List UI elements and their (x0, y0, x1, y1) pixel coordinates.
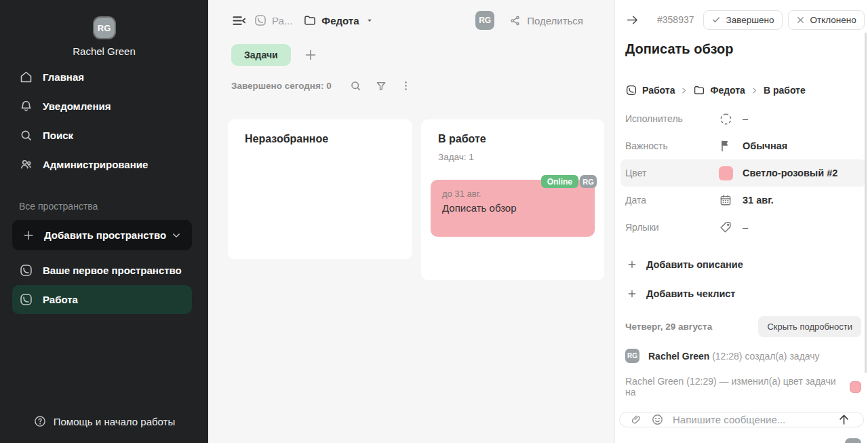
space-breadcrumb[interactable]: Ра... (254, 14, 292, 27)
assignee-dashed-icon (719, 112, 743, 126)
task-title: Дописать обзор (625, 41, 868, 57)
share-label: Поделиться (527, 15, 583, 26)
field-value: – (743, 222, 748, 233)
activity-date-header: Четверг, 29 августа (625, 322, 712, 332)
hide-details-button[interactable]: Скрыть подробности (758, 316, 861, 337)
sidebar-item-label: Администрирование (43, 159, 148, 170)
kebab-menu-icon[interactable] (400, 80, 412, 92)
panel-header: #358937 Завершено Отклонено (615, 0, 868, 30)
field-color[interactable]: Цвет Светло-розовый #2 (620, 159, 866, 187)
field-priority[interactable]: Важность Обычная (625, 132, 861, 159)
chevron-right-icon (680, 87, 688, 94)
color-swatch (850, 381, 861, 393)
help-link[interactable]: Помощь и начало работы (0, 415, 208, 428)
sidebar-space-work[interactable]: Работа (12, 285, 192, 314)
column-unsorted: Неразобранное (228, 119, 412, 259)
sidebar-item-home[interactable]: Главная (0, 62, 208, 92)
panel-footer: Отписаться Участники: RG (625, 438, 861, 443)
color-swatch (719, 166, 733, 180)
share-icon (509, 15, 521, 26)
sidebar-space-first[interactable]: Ваше первое пространство (12, 256, 192, 285)
bell-icon (19, 99, 33, 113)
column-task-count: Задач: 1 (438, 152, 595, 162)
check-icon (711, 15, 721, 24)
breadcrumb-space-label: Работа (642, 85, 675, 96)
sidebar-item-admin[interactable]: Администрирование (0, 150, 208, 179)
search-icon[interactable] (349, 79, 362, 92)
user-name: Rachel Green (73, 45, 136, 57)
kanban-columns: Неразобранное В работе Задач: 1 Online R… (208, 92, 614, 280)
plus-icon (22, 229, 35, 242)
chevron-down-icon (170, 229, 182, 242)
field-labels[interactable]: Ярлыки – (625, 214, 861, 241)
task-fields: Исполнитель – Важность Обычная Цвет Свет… (625, 105, 861, 241)
complete-label: Завершено (726, 15, 774, 25)
space-name: Ра... (272, 15, 292, 26)
activity-author: Rachel Green (648, 351, 709, 362)
folder-icon (693, 84, 705, 96)
field-assignee[interactable]: Исполнитель – (625, 105, 861, 132)
board-user-avatar[interactable]: RG (475, 11, 494, 30)
breadcrumb-folder[interactable]: Федота (693, 84, 745, 96)
task-detail-panel: #358937 Завершено Отклонено Дописать обз… (614, 0, 868, 443)
activity-day-row: Четверг, 29 августа Скрыть подробности (625, 316, 861, 337)
user-avatar[interactable]: RG (94, 18, 115, 38)
folder-dropdown[interactable]: Федота (303, 14, 372, 27)
collapse-panel-icon[interactable] (625, 13, 639, 27)
panel-scrollbar[interactable] (865, 33, 867, 373)
sidebar-user: RG Rachel Green (0, 18, 208, 57)
add-checklist-button[interactable]: Добавить чеклист (627, 288, 868, 299)
space-icon (254, 14, 267, 27)
home-icon (19, 70, 33, 84)
field-value: Обычная (743, 140, 787, 151)
sidebar-item-notifications[interactable]: Уведомления (0, 92, 208, 121)
add-tab-button[interactable] (303, 47, 318, 62)
breadcrumb-space[interactable]: Работа (625, 84, 675, 96)
field-value: – (743, 113, 748, 124)
task-id: #358937 (657, 14, 694, 25)
breadcrumb-folder-label: Федота (710, 85, 745, 96)
attach-icon[interactable] (631, 414, 642, 425)
collapse-sidebar-icon[interactable] (231, 13, 247, 28)
calendar-icon (719, 193, 743, 207)
card-assignee-avatar: RG (580, 175, 597, 188)
spaces-section-header: Все пространства (19, 201, 208, 212)
activity-feed: RG Rachel Green (12:28) создал(а) задачу… (625, 349, 861, 398)
decline-label: Отклонено (810, 15, 856, 25)
message-input[interactable] (673, 414, 828, 425)
decline-button[interactable]: Отклонено (788, 10, 865, 30)
add-space-button[interactable]: Добавить пространство (12, 220, 192, 250)
search-icon (19, 128, 33, 142)
tab-tasks[interactable]: Задачи (231, 44, 291, 66)
emoji-icon[interactable] (651, 413, 664, 426)
activity-item-color-change: Rachel Green (12:29) — изменил(а) цвет з… (625, 376, 861, 398)
field-label: Цвет (625, 168, 719, 178)
field-label: Важность (625, 140, 719, 151)
field-label: Ярлыки (625, 222, 719, 233)
field-label: Дата (625, 195, 719, 206)
breadcrumb-status[interactable]: В работе (764, 85, 806, 96)
activity-text: Rachel Green (12:29) — изменил(а) цвет з… (625, 376, 844, 398)
breadcrumb-status-label: В работе (764, 85, 806, 96)
field-date[interactable]: Дата 31 авг. (625, 187, 861, 214)
space-icon (19, 292, 33, 307)
share-button[interactable]: Поделиться (509, 15, 583, 26)
sidebar: RG Rachel Green Главная Уведомления Поис… (0, 0, 208, 443)
tag-icon (719, 220, 743, 234)
sidebar-item-search[interactable]: Поиск (0, 121, 208, 150)
activity-text: (12:28) создал(а) задачу (712, 351, 819, 362)
question-icon (33, 415, 47, 428)
flag-icon (719, 139, 743, 153)
x-icon (796, 16, 805, 24)
filter-icon[interactable] (375, 80, 387, 92)
send-icon[interactable] (837, 412, 851, 427)
task-card[interactable]: Online RG до 31 авг. Дописать обзор (431, 180, 595, 237)
caret-down-icon (366, 17, 373, 24)
add-description-button[interactable]: Добавить описание (627, 259, 868, 270)
complete-button[interactable]: Завершено (703, 10, 783, 30)
add-checklist-label: Добавить чеклист (646, 288, 735, 299)
column-title: В работе (438, 133, 595, 145)
column-in-progress: В работе Задач: 1 Online RG до 31 авг. Д… (421, 119, 604, 280)
participant-avatar[interactable]: RG (845, 438, 861, 443)
plus-icon (627, 259, 637, 270)
